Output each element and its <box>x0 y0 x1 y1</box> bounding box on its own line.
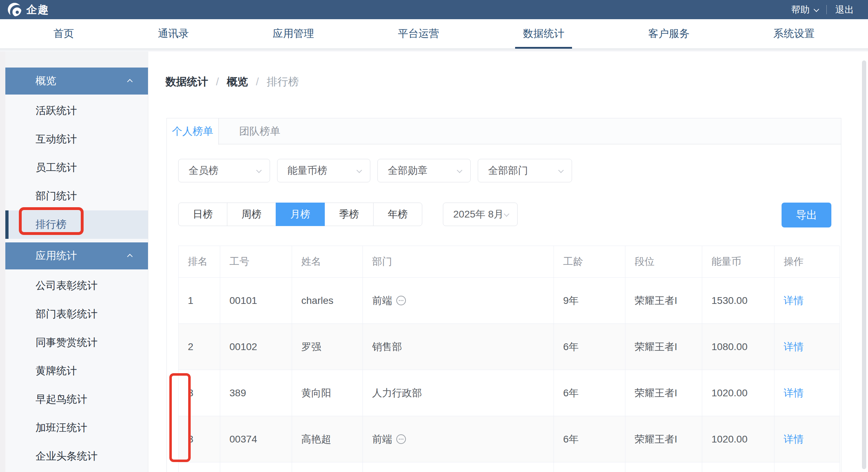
nav-item-app-management[interactable]: 应用管理 <box>273 19 314 49</box>
cell-tenure: 6年 <box>554 370 625 416</box>
sidebar-item-overtime-stats[interactable]: 加班汪统计 <box>5 414 148 442</box>
cell-tier: 荣耀王者I <box>625 324 702 370</box>
breadcrumb: 数据统计 / 概览 / 排行榜 <box>165 74 299 90</box>
cell-rank: 3 <box>179 416 220 462</box>
sidebar-item-department-stats[interactable]: 部门统计 <box>5 182 148 210</box>
period-button-daily[interactable]: 日榜 <box>178 203 227 226</box>
cell-coins: 1530.00 <box>702 278 774 324</box>
table-row: 2 00102 罗强 销售部 6年 荣耀王者I 1080.00 详情 <box>179 324 840 370</box>
chevron-down-icon <box>504 211 509 217</box>
logout-label: 退出 <box>835 4 854 16</box>
cell-department: 前端 <box>363 278 554 324</box>
cell-emp-id: 00101 <box>220 278 292 324</box>
tabs-strip: 个人榜单 团队榜单 <box>167 118 841 144</box>
chevron-down-icon <box>558 167 564 173</box>
col-header-department: 部门 <box>363 246 554 278</box>
cell-department: 销售部 <box>363 324 554 370</box>
circled-ellipsis-icon <box>396 296 406 305</box>
logout-button[interactable]: 退出 <box>835 4 854 16</box>
app-logo-icon <box>8 3 21 16</box>
period-button-quarterly[interactable]: 季榜 <box>324 203 374 226</box>
tab-team-ranking[interactable]: 团队榜单 <box>219 118 301 144</box>
cell-tenure: 6年 <box>554 416 625 462</box>
circled-ellipsis-icon <box>396 434 406 444</box>
chevron-down-icon <box>457 167 462 173</box>
detail-link[interactable]: 详情 <box>784 433 804 446</box>
cell-tier: 荣耀王者I <box>625 370 702 416</box>
filter-select-medal[interactable]: 全部勋章 <box>377 159 471 182</box>
col-header-tenure: 工龄 <box>554 246 625 278</box>
page: 企趣 帮助 退出 首页 通讯录 应用管理 平台运营 数据统计 客户服务 系统设置… <box>0 0 868 472</box>
cell-coins: 1080.00 <box>702 324 774 370</box>
col-header-emp-id: 工号 <box>220 246 292 278</box>
table-header-row: 排名 工号 姓名 部门 工龄 段位 能量币 操作 <box>179 246 840 278</box>
sidebar-item-employee-stats[interactable]: 员工统计 <box>5 154 148 182</box>
sidebar-item-ranking[interactable]: 排行榜 <box>5 210 148 239</box>
nav-item-home[interactable]: 首页 <box>53 19 74 49</box>
nav-item-customer-service[interactable]: 客户服务 <box>648 19 689 49</box>
vertical-scrollbar[interactable] <box>862 60 866 469</box>
cell-tenure: 9年 <box>554 278 625 324</box>
period-button-monthly[interactable]: 月榜 <box>276 203 325 226</box>
breadcrumb-item-overview[interactable]: 概览 <box>227 75 248 89</box>
sidebar-item-interaction-stats[interactable]: 互动统计 <box>5 125 148 154</box>
help-menu[interactable]: 帮助 <box>791 4 818 16</box>
main-nav: 首页 通讯录 应用管理 平台运营 数据统计 客户服务 系统设置 <box>0 19 868 49</box>
sidebar-list-app-stats: 公司表彰统计 部门表彰统计 同事赞赏统计 黄牌统计 早起鸟统计 加班汪统计 企业… <box>5 269 148 471</box>
cell-coins: 1020.00 <box>702 370 774 416</box>
breadcrumb-separator: / <box>256 76 259 88</box>
sidebar-section-overview[interactable]: 概览 <box>5 68 148 95</box>
cell-emp-id: 00374 <box>220 416 292 462</box>
chevron-down-icon <box>814 6 819 12</box>
table-row: 3 389 黄向阳 人力行政部 6年 荣耀王者I 1020.00 详情 <box>179 370 840 416</box>
col-header-coins: 能量币 <box>702 246 774 278</box>
topbar: 企趣 帮助 退出 <box>0 0 868 19</box>
sidebar-item-company-commend-stats[interactable]: 公司表彰统计 <box>5 272 148 300</box>
period-button-yearly[interactable]: 年榜 <box>373 203 422 226</box>
sidebar-item-active-stats[interactable]: 活跃统计 <box>5 97 148 125</box>
detail-link[interactable]: 详情 <box>784 294 804 307</box>
topbar-divider <box>826 5 827 14</box>
col-header-rank: 排名 <box>179 246 220 278</box>
col-header-actions: 操作 <box>774 246 840 278</box>
nav-item-platform-operations[interactable]: 平台运营 <box>398 19 439 49</box>
brand-name: 企趣 <box>26 2 49 17</box>
tab-personal-ranking[interactable]: 个人榜单 <box>167 118 219 145</box>
nav-item-contacts[interactable]: 通讯录 <box>158 19 189 49</box>
nav-shadow <box>0 49 868 52</box>
nav-item-system-settings[interactable]: 系统设置 <box>773 19 815 49</box>
cell-rank: 2 <box>179 324 220 370</box>
col-header-tier: 段位 <box>625 246 702 278</box>
sidebar-item-yellow-card-stats[interactable]: 黄牌统计 <box>5 357 148 385</box>
export-button[interactable]: 导出 <box>782 203 831 227</box>
cell-name: 高艳超 <box>292 416 363 462</box>
chevron-down-icon <box>256 167 262 173</box>
cell-emp-id: 00102 <box>220 324 292 370</box>
period-button-weekly[interactable]: 周榜 <box>227 203 276 226</box>
sidebar-list-overview: 活跃统计 互动统计 员工统计 部门统计 排行榜 <box>5 95 148 239</box>
sidebar-item-peer-praise-stats[interactable]: 同事赞赏统计 <box>5 328 148 357</box>
sidebar: 概览 活跃统计 互动统计 员工统计 部门统计 排行榜 应用统计 公司表彰统计 部… <box>5 68 148 472</box>
cell-tier: 荣耀王者I <box>625 416 702 462</box>
breadcrumb-item-ranking: 排行榜 <box>267 75 299 89</box>
month-picker[interactable]: 2025年 8月 <box>443 203 518 226</box>
sidebar-item-headline-stats[interactable]: 企业头条统计 <box>5 442 148 471</box>
brand[interactable]: 企趣 <box>8 2 49 17</box>
filter-select-department[interactable]: 全部部门 <box>478 159 572 182</box>
cell-name: 黄向阳 <box>292 370 363 416</box>
filter-select-metric[interactable]: 能量币榜 <box>277 159 370 182</box>
chevron-up-icon <box>127 79 133 85</box>
sidebar-item-dept-commend-stats[interactable]: 部门表彰统计 <box>5 300 148 328</box>
breadcrumb-separator: / <box>216 76 219 88</box>
nav-item-data-statistics[interactable]: 数据统计 <box>523 19 564 49</box>
sidebar-section-app-stats[interactable]: 应用统计 <box>5 242 148 269</box>
help-label: 帮助 <box>791 4 810 16</box>
detail-link[interactable]: 详情 <box>784 340 804 354</box>
col-header-name: 姓名 <box>292 246 363 278</box>
sidebar-item-early-bird-stats[interactable]: 早起鸟统计 <box>5 385 148 414</box>
filter-select-scope[interactable]: 全员榜 <box>178 159 270 182</box>
breadcrumb-item-data-statistics[interactable]: 数据统计 <box>165 75 208 89</box>
detail-link[interactable]: 详情 <box>784 386 804 400</box>
cell-rank: 3 <box>179 370 220 416</box>
cell-tier: 荣耀王者I <box>625 278 702 324</box>
